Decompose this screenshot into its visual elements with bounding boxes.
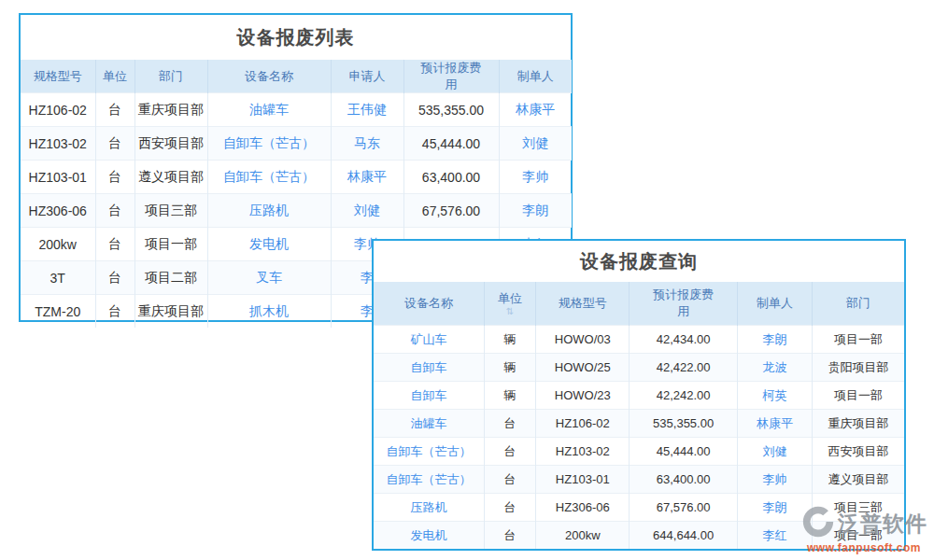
cell-spec-model: HZ306-06 <box>536 494 630 522</box>
column-header-label: 部门 <box>159 68 183 85</box>
cell-equipment-name[interactable]: 压路机 <box>207 194 331 228</box>
cell-creator[interactable]: 李帅 <box>499 161 572 194</box>
cell-unit: 台 <box>484 466 535 494</box>
cell-equipment-name[interactable]: 油罐车 <box>207 93 331 127</box>
cell-applicant[interactable]: 马东 <box>331 127 403 161</box>
cell-department: 重庆项目部 <box>813 410 904 438</box>
cell-department: 遵义项目部 <box>134 161 207 194</box>
cell-unit: 台 <box>484 494 535 522</box>
column-header-spec-model: 规格型号 <box>21 60 95 93</box>
cell-equipment-name[interactable]: 自卸车 <box>374 354 484 382</box>
cell-estimated-scrap-cost: 63,400.00 <box>630 466 737 494</box>
cell-unit: 辆 <box>484 326 535 354</box>
column-header-unit[interactable]: 单位⇅ <box>484 282 535 326</box>
header-row: 设备名称单位⇅规格型号预计报废费用制单人部门 <box>374 282 904 326</box>
cell-department: 西安项目部 <box>134 127 207 161</box>
cell-creator[interactable]: 龙波 <box>737 354 812 382</box>
table-row: 油罐车台HZ106-02535,355.00林康平重庆项目部 <box>374 410 904 438</box>
cell-spec-model: HZ106-02 <box>21 93 95 127</box>
cell-equipment-name[interactable]: 发电机 <box>207 228 331 261</box>
cell-unit: 辆 <box>484 354 535 382</box>
cell-department: 遵义项目部 <box>813 466 904 494</box>
column-header-label: 部门 <box>846 295 870 312</box>
cell-unit: 台 <box>484 438 535 466</box>
cell-unit: 辆 <box>484 382 535 410</box>
column-header-applicant: 申请人 <box>331 60 403 93</box>
cell-creator[interactable]: 刘健 <box>737 438 812 466</box>
table-row: HZ103-02台西安项目部自卸车（芒古）马东45,444.00刘健 <box>21 127 572 161</box>
cell-department: 项目一部 <box>134 228 207 261</box>
table-row: 自卸车辆HOWO/2342,242.00柯英项目一部 <box>374 382 904 410</box>
table-row: HZ306-06台项目三部压路机刘健67,576.00李朗 <box>21 194 572 228</box>
cell-unit: 台 <box>95 228 134 261</box>
cell-creator[interactable]: 李帅 <box>737 466 812 494</box>
cell-creator[interactable]: 柯英 <box>737 382 812 410</box>
cell-spec-model: HOWO/25 <box>536 354 630 382</box>
cell-equipment-name[interactable]: 自卸车（芒古） <box>374 438 484 466</box>
column-header-label: 设备名称 <box>404 295 453 312</box>
cell-department: 项目二部 <box>134 261 207 295</box>
cell-department: 重庆项目部 <box>134 295 207 329</box>
window-title: 设备报废列表 <box>21 15 571 60</box>
cell-applicant[interactable]: 刘健 <box>331 194 403 228</box>
cell-spec-model: HZ103-01 <box>536 466 630 494</box>
cell-equipment-name[interactable]: 自卸车（芒古） <box>374 466 484 494</box>
sort-icon[interactable]: ⇅ <box>506 307 514 316</box>
cell-unit: 台 <box>95 93 134 127</box>
cell-estimated-scrap-cost: 67,576.00 <box>630 494 737 522</box>
header-row: 规格型号单位部门设备名称申请人预计报废费用制单人 <box>21 60 572 93</box>
cell-unit: 台 <box>484 410 535 438</box>
cell-unit: 台 <box>95 194 134 228</box>
column-header-spec-model: 规格型号 <box>536 282 630 326</box>
window-title: 设备报废查询 <box>374 241 904 282</box>
cell-department: 重庆项目部 <box>134 93 207 127</box>
cell-unit: 台 <box>95 161 134 194</box>
column-header-unit: 单位 <box>95 60 134 93</box>
table-row: 自卸车（芒古）台HZ103-0163,400.00李帅遵义项目部 <box>374 466 904 494</box>
column-header-estimated-scrap-cost: 预计报废费用 <box>630 282 737 326</box>
cell-applicant[interactable]: 林康平 <box>331 161 403 194</box>
cell-department: 项目一部 <box>813 382 904 410</box>
column-header-label: 预计报废费用 <box>418 60 484 92</box>
cell-unit: 台 <box>484 522 535 550</box>
cell-equipment-name[interactable]: 矿山车 <box>374 326 484 354</box>
cell-department: 贵阳项目部 <box>813 354 904 382</box>
cell-estimated-scrap-cost: 644,644.00 <box>630 522 737 550</box>
column-header-label: 单位 <box>498 290 522 307</box>
column-header-label: 设备名称 <box>245 68 293 85</box>
column-header-label: 制单人 <box>517 68 554 85</box>
column-header-label: 单位 <box>103 68 127 85</box>
cell-equipment-name[interactable]: 自卸车 <box>374 382 484 410</box>
cell-equipment-name[interactable]: 油罐车 <box>374 410 484 438</box>
cell-creator[interactable]: 李朗 <box>499 194 572 228</box>
column-header-label: 规格型号 <box>34 68 82 85</box>
fanpu-logo-icon <box>800 504 836 543</box>
column-header-creator: 制单人 <box>499 60 572 93</box>
column-header-department: 部门 <box>134 60 207 93</box>
cell-creator[interactable]: 刘健 <box>499 127 572 161</box>
cell-equipment-name[interactable]: 抓木机 <box>207 295 331 329</box>
column-header-label: 预计报废费用 <box>651 287 716 319</box>
table-row: 自卸车（芒古）台HZ103-0245,444.00刘健西安项目部 <box>374 438 904 466</box>
cell-unit: 台 <box>95 261 134 295</box>
column-header-label: 制单人 <box>757 295 793 312</box>
cell-creator[interactable]: 李朗 <box>737 326 812 354</box>
column-header-estimated-scrap-cost: 预计报废费用 <box>403 60 499 93</box>
cell-equipment-name[interactable]: 发电机 <box>374 522 484 550</box>
cell-department: 项目一部 <box>813 326 904 354</box>
cell-creator[interactable]: 林康平 <box>499 93 572 127</box>
cell-estimated-scrap-cost: 45,444.00 <box>630 438 737 466</box>
cell-equipment-name[interactable]: 叉车 <box>207 261 331 295</box>
cell-equipment-name[interactable]: 压路机 <box>374 494 484 522</box>
cell-equipment-name[interactable]: 自卸车（芒古） <box>207 161 331 194</box>
cell-applicant[interactable]: 王伟健 <box>331 93 403 127</box>
cell-estimated-scrap-cost: 45,444.00 <box>403 127 499 161</box>
cell-spec-model: 200kw <box>536 522 630 550</box>
cell-estimated-scrap-cost: 42,422.00 <box>630 354 737 382</box>
column-header-equipment-name: 设备名称 <box>374 282 484 326</box>
cell-creator[interactable]: 林康平 <box>737 410 812 438</box>
vendor-watermark: 泛普软件 www.fanpusoft.com <box>798 504 930 554</box>
cell-spec-model: HZ103-02 <box>536 438 630 466</box>
table-row: 矿山车辆HOWO/0342,434.00李朗项目一部 <box>374 326 904 354</box>
cell-equipment-name[interactable]: 自卸车（芒古） <box>207 127 331 161</box>
